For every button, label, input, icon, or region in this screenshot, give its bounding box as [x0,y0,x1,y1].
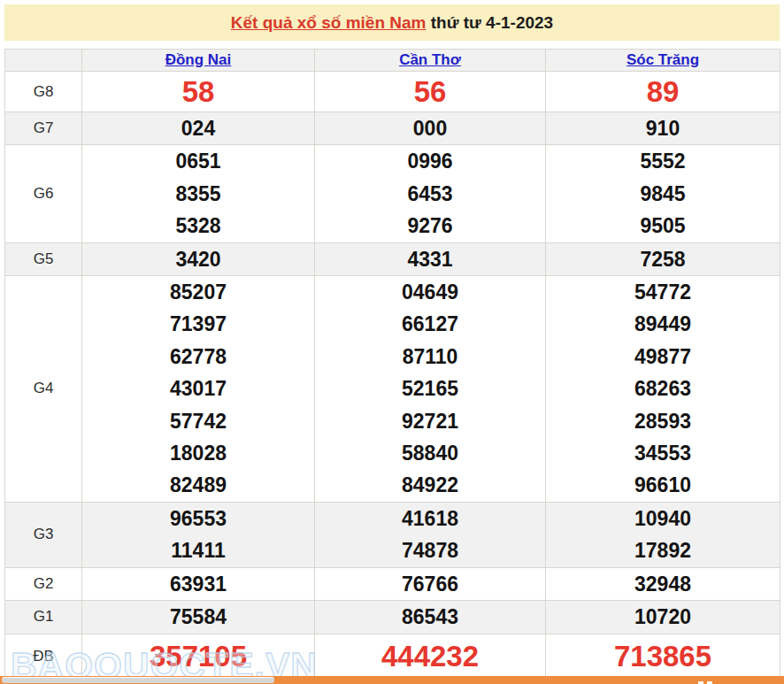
prize-number: 024 [82,112,314,144]
prize-number: 71397 [82,308,314,340]
prize-number: 8355 [82,178,314,210]
prize-cell: 024 [82,112,315,145]
corner-cell [5,50,82,72]
column-header-can-tho: Cần Thơ [315,50,546,72]
prize-number: 28593 [546,405,780,437]
column-header-dong-nai: Đồng Nai [82,50,315,72]
prize-number: 52165 [315,373,545,404]
prize-number: 74878 [315,534,545,566]
prize-label: G8 [5,72,82,112]
prize-number: 43017 [82,373,314,404]
prize-number: 82489 [82,469,314,501]
column-header-soc-trang: Sóc Trăng [546,50,780,72]
prize-cell: 910 [546,112,780,145]
prize-number: 10940 [546,503,780,534]
table-row-g1: G1 75584 86543 10720 [5,601,780,634]
table-row-g2: G2 63931 76766 32948 [5,567,780,600]
prize-label: G6 [5,145,82,242]
prize-number: 84922 [315,469,545,501]
prize-number: 3420 [82,243,314,275]
prize-cell: 555298459505 [546,145,780,242]
prize-number: 87110 [315,341,545,373]
prize-number: 56 [315,72,545,111]
province-link-can-tho[interactable]: Cần Thơ [399,51,461,68]
prize-number: 0996 [315,145,545,177]
prize-cell: 32948 [546,567,780,600]
prize-number: 49877 [546,341,780,373]
province-link-soc-trang[interactable]: Sóc Trăng [626,51,699,68]
prize-number: 4331 [315,243,545,275]
prize-number: 92721 [315,405,545,437]
prize-number: 76766 [315,568,545,600]
title-date: thứ tư 4-1-2023 [427,13,554,33]
page-title: Kết quả xổ số miền Nam thứ tư 4-1-2023 [4,4,780,41]
prize-cell: 76766 [315,567,546,600]
table-row-db: ĐB 357105 444232 713865 [5,634,780,679]
prize-label: G2 [5,567,82,600]
prize-number: 89 [546,72,780,111]
prize-number: 0651 [82,145,314,177]
prize-number: 6453 [315,178,545,210]
prize-cell: 4161874878 [315,502,546,567]
prize-cell: 56 [315,72,546,112]
prize-cell: 1094017892 [546,502,780,567]
table-row-g7: G7 024 000 910 [5,112,780,145]
prize-number: 444232 [315,634,545,679]
prize-label: G1 [5,601,82,634]
prize-cell: 54772894494987768263285933455396610 [546,276,780,503]
prize-cell: 85207713976277843017577421802882489 [82,276,315,503]
prize-number: 68263 [546,373,780,404]
prize-number: 63931 [82,568,314,600]
prize-number: 75584 [82,601,314,633]
scrollbar-thumb[interactable] [2,677,274,683]
prize-label: G5 [5,242,82,275]
prize-cell: 10720 [546,601,780,634]
header-row: Đồng Nai Cần Thơ Sóc Trăng [5,50,780,72]
prize-number: 9505 [546,210,780,242]
prize-number: 57742 [82,405,314,437]
province-link-dong-nai[interactable]: Đồng Nai [165,51,232,68]
prize-cell: 58 [82,72,315,112]
prize-number: 85207 [82,276,314,308]
prize-number: 62778 [82,341,314,373]
prize-number: 5552 [546,145,780,177]
prize-label: G4 [5,276,82,503]
prize-cell: 86543 [315,601,546,634]
prize-number: 41618 [315,503,545,534]
prize-number: 66127 [315,308,545,340]
prize-number: 9845 [546,178,780,210]
prize-number: 18028 [82,437,314,469]
prize-number: 5328 [82,210,314,242]
prize-cell: 4331 [315,242,546,275]
prize-cell: 065183555328 [82,145,315,242]
table-row-g5: G5 3420 4331 7258 [5,242,780,275]
prize-number: 96610 [546,469,780,501]
prize-number: 34553 [546,437,780,469]
table-row-g4: G4 85207713976277843017577421802882489 0… [5,276,780,503]
prize-cell: 9655311411 [82,502,315,567]
prize-number: 54772 [546,276,780,308]
prize-number: 58 [82,72,314,111]
prize-number: 04649 [315,276,545,308]
page: Kết quả xổ số miền Nam thứ tư 4-1-2023 Đ… [0,0,784,684]
prize-number: 17892 [546,534,780,566]
prize-label: G3 [5,502,82,567]
prize-cell: 63931 [82,567,315,600]
prize-cell: 713865 [546,634,780,679]
prize-number: 86543 [315,601,545,633]
lottery-results-table: Đồng Nai Cần Thơ Sóc Trăng G8 58 56 89 G… [4,49,780,680]
prize-number: 10720 [546,601,780,633]
prize-number: 000 [315,112,545,144]
prize-cell: 099664539276 [315,145,546,242]
prize-number: 89449 [546,308,780,340]
prize-number: 96553 [82,503,314,534]
prize-number: 9276 [315,210,545,242]
prize-label: G7 [5,112,82,145]
prize-number: 58840 [315,437,545,469]
title-link[interactable]: Kết quả xổ số miền Nam [231,13,427,33]
prize-cell: 7258 [546,242,780,275]
prize-number: 713865 [546,634,780,679]
prize-number: 32948 [546,568,780,600]
horizontal-scrollbar[interactable] [0,676,784,684]
prize-number: 357105 [82,634,314,679]
